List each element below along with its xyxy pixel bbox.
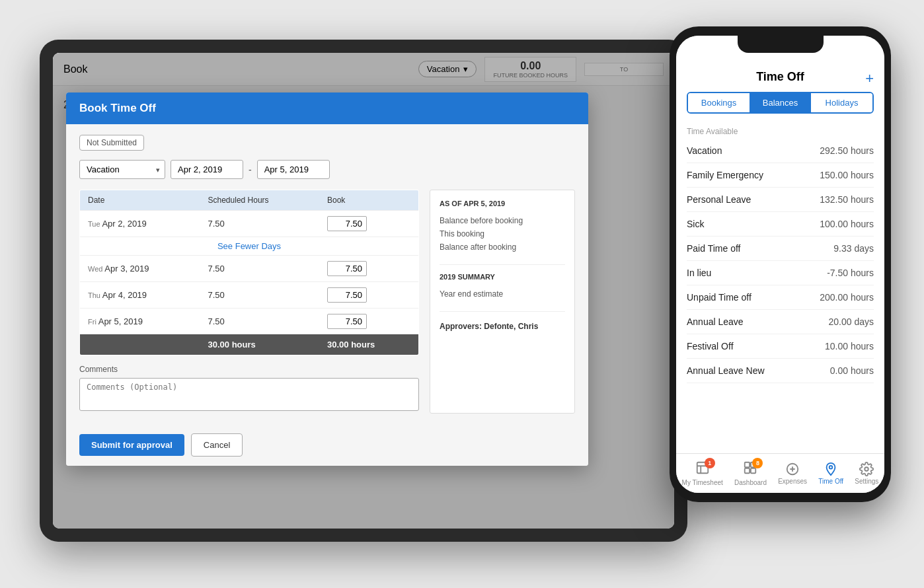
modal-header: Book Time Off xyxy=(66,92,588,124)
footer-scheduled-total: 30.00 hours xyxy=(200,334,319,355)
cancel-button[interactable]: Cancel xyxy=(191,433,243,457)
book-time-off-modal: Book Time Off Not Submitted Vacation xyxy=(66,92,588,466)
footer-empty xyxy=(80,334,200,355)
approvers-label: Approvers: Defonte, Chris xyxy=(440,322,538,331)
balance-name: Paid Time off xyxy=(687,243,740,254)
col-header-book: Book xyxy=(319,190,419,211)
balance-after-row: Balance after booking xyxy=(440,240,565,254)
row-scheduled: 7.50 xyxy=(200,211,319,237)
list-item: Family Emergency 150.00 hours xyxy=(687,163,874,188)
balance-name: Annual Leave New xyxy=(687,365,765,376)
see-fewer-link[interactable]: See Fewer Days xyxy=(80,237,418,255)
table-row: Tue Apr 2, 2019 7.50 xyxy=(80,211,419,237)
hours-input[interactable] xyxy=(327,261,367,276)
balance-name: Family Emergency xyxy=(687,170,763,180)
table-row: Wed Apr 3, 2019 7.50 xyxy=(80,256,419,282)
balance-value: 150.00 hours xyxy=(820,170,874,180)
timeoff-icon xyxy=(824,462,838,476)
approvers-strong: Approvers: Defonte, Chris xyxy=(440,322,538,331)
leave-type-select[interactable]: Vacation xyxy=(79,160,165,179)
modal-body: Not Submitted Vacation - xyxy=(66,124,588,424)
row-scheduled: 7.50 xyxy=(200,256,319,282)
row-date: Fri Apr 5, 2019 xyxy=(80,309,200,335)
row-book xyxy=(319,256,419,282)
modal-two-col: Date Scheduled Hours Book Tue Apr 2, 201… xyxy=(79,190,575,414)
dashboard-badge: 8 xyxy=(752,458,763,468)
hours-input[interactable] xyxy=(327,216,367,231)
list-item: Sick 100.00 hours xyxy=(687,212,874,237)
tablet-background: Book Vacation ▾ 0.00 FUTURE BOOKED HOURS… xyxy=(53,53,674,529)
this-booking-row: This booking xyxy=(440,227,565,240)
date-to-input[interactable] xyxy=(257,160,330,179)
balance-name: Festival Off xyxy=(687,341,734,351)
phone-plus-button[interactable]: + xyxy=(865,70,874,87)
comments-label: Comments xyxy=(79,365,419,374)
table-row: Fri Apr 5, 2019 7.50 xyxy=(80,309,419,335)
hours-input[interactable] xyxy=(327,314,367,329)
tablet-screen: Book Vacation ▾ 0.00 FUTURE BOOKED HOURS… xyxy=(53,53,674,529)
list-item: Unpaid Time off 200.00 hours xyxy=(687,285,874,310)
phone-balances-list: Time Available Vacation 292.50 hours Fam… xyxy=(676,119,884,453)
modal-left-panel: Date Scheduled Hours Book Tue Apr 2, 201… xyxy=(79,190,419,414)
nav-item-dashboard[interactable]: 8 Dashboard xyxy=(734,460,767,486)
balance-value: -7.50 hours xyxy=(827,268,874,278)
svg-point-11 xyxy=(865,467,869,471)
settings-icon xyxy=(859,462,874,476)
nav-item-timeoff[interactable]: Time Off xyxy=(818,462,843,485)
phone-tabs: Bookings Balances Holidays xyxy=(687,92,874,114)
row-book xyxy=(319,309,419,335)
comments-section: Comments xyxy=(79,365,419,414)
balance-before-row: Balance before booking xyxy=(440,214,565,227)
modal-right-panel: AS OF APR 5, 2019 Balance before booking… xyxy=(430,190,575,414)
row-date: Tue Apr 2, 2019 xyxy=(80,211,200,237)
summary-title: 2019 SUMMARY xyxy=(440,273,565,281)
balance-value: 0.00 hours xyxy=(830,365,874,376)
phone-title: Time Off xyxy=(756,70,804,84)
expenses-icon xyxy=(785,462,800,476)
approvers-section: Approvers: Defonte, Chris xyxy=(440,311,565,332)
balance-value: 20.00 days xyxy=(829,316,874,327)
list-item: In lieu -7.50 hours xyxy=(687,261,874,285)
date-separator: - xyxy=(249,165,252,175)
nav-label-timesheet: My Timesheet xyxy=(682,479,723,486)
timesheet-badge: 1 xyxy=(705,458,715,468)
nav-label-timeoff: Time Off xyxy=(818,478,843,485)
list-item: Personal Leave 132.50 hours xyxy=(687,188,874,212)
form-row: Vacation - xyxy=(79,160,575,179)
row-date: Thu Apr 4, 2019 xyxy=(80,282,200,309)
balance-name: In lieu xyxy=(687,268,711,278)
time-table: Date Scheduled Hours Book Tue Apr 2, 201… xyxy=(79,190,419,355)
phone-nav: 1 My Timesheet 8 Dashboard Expenses xyxy=(676,453,884,493)
list-item: Vacation 292.50 hours xyxy=(687,139,874,163)
svg-rect-5 xyxy=(745,468,750,473)
list-item: Festival Off 10.00 hours xyxy=(687,334,874,359)
svg-rect-6 xyxy=(751,468,755,473)
nav-item-timesheet[interactable]: 1 My Timesheet xyxy=(682,460,723,486)
nav-label-settings: Settings xyxy=(855,478,878,485)
table-row: Thu Apr 4, 2019 7.50 xyxy=(80,282,419,309)
balance-value: 100.00 hours xyxy=(820,219,874,229)
tab-balances[interactable]: Balances xyxy=(750,93,811,112)
summary-section: 2019 SUMMARY Year end estimate xyxy=(440,264,565,301)
year-end-row: Year end estimate xyxy=(440,287,565,301)
row-book xyxy=(319,211,419,237)
phone-title-bar: Time Off + xyxy=(676,65,884,87)
hours-input[interactable] xyxy=(327,287,367,303)
as-of-title: AS OF APR 5, 2019 xyxy=(440,200,565,207)
nav-label-expenses: Expenses xyxy=(778,478,807,485)
list-item: Annual Leave 20.00 days xyxy=(687,310,874,334)
nav-item-settings[interactable]: Settings xyxy=(855,462,878,485)
footer-book-total: 30.00 hours xyxy=(319,334,419,355)
svg-rect-3 xyxy=(745,462,750,467)
tab-bookings[interactable]: Bookings xyxy=(688,93,750,112)
tablet: Book Vacation ▾ 0.00 FUTURE BOOKED HOURS… xyxy=(40,40,687,542)
comments-textarea[interactable] xyxy=(79,378,419,411)
tab-holidays[interactable]: Holidays xyxy=(811,93,872,112)
leave-type-select-wrapper[interactable]: Vacation xyxy=(79,160,165,179)
date-from-input[interactable] xyxy=(171,160,243,179)
row-scheduled: 7.50 xyxy=(200,309,319,335)
phone-content: Time Off + Bookings Balances Holidays Ti… xyxy=(676,65,884,493)
nav-item-expenses[interactable]: Expenses xyxy=(778,462,807,485)
modal-footer: Submit for approval Cancel xyxy=(66,424,588,466)
submit-button[interactable]: Submit for approval xyxy=(79,434,184,456)
